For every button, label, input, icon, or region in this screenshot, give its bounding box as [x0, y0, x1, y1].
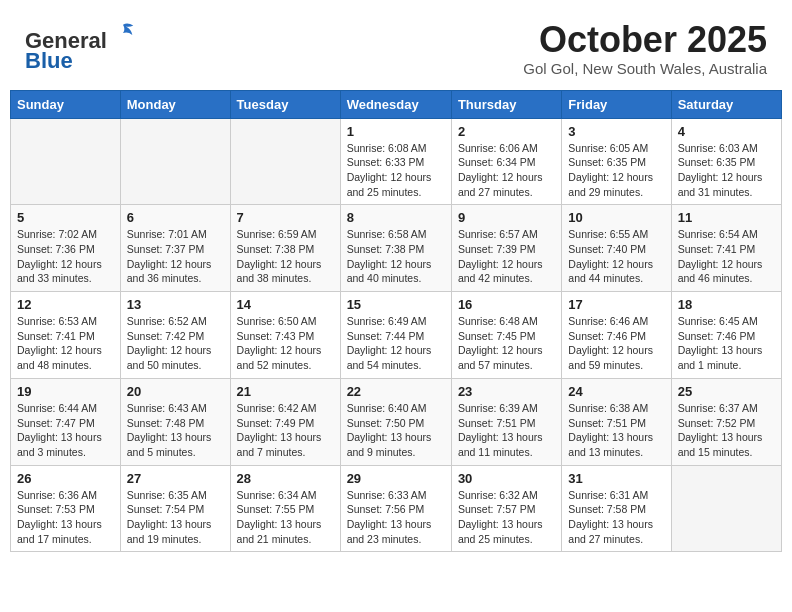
calendar-cell: 2Sunrise: 6:06 AM Sunset: 6:34 PM Daylig…: [451, 118, 561, 205]
day-number: 2: [458, 124, 555, 139]
title-block: October 2025 Gol Gol, New South Wales, A…: [523, 20, 767, 77]
calendar-table: SundayMondayTuesdayWednesdayThursdayFrid…: [10, 90, 782, 553]
calendar-cell: 6Sunrise: 7:01 AM Sunset: 7:37 PM Daylig…: [120, 205, 230, 292]
day-number: 30: [458, 471, 555, 486]
day-info: Sunrise: 6:06 AM Sunset: 6:34 PM Dayligh…: [458, 141, 555, 200]
day-number: 19: [17, 384, 114, 399]
weekday-header: Monday: [120, 90, 230, 118]
calendar-cell: 22Sunrise: 6:40 AM Sunset: 7:50 PM Dayli…: [340, 378, 451, 465]
calendar-cell: [230, 118, 340, 205]
calendar-cell: 1Sunrise: 6:08 AM Sunset: 6:33 PM Daylig…: [340, 118, 451, 205]
day-info: Sunrise: 6:50 AM Sunset: 7:43 PM Dayligh…: [237, 314, 334, 373]
weekday-header: Tuesday: [230, 90, 340, 118]
calendar-cell: 23Sunrise: 6:39 AM Sunset: 7:51 PM Dayli…: [451, 378, 561, 465]
day-number: 9: [458, 210, 555, 225]
page-header: General Blue October 2025 Gol Gol, New S…: [10, 10, 782, 82]
day-info: Sunrise: 7:02 AM Sunset: 7:36 PM Dayligh…: [17, 227, 114, 286]
day-number: 18: [678, 297, 775, 312]
day-info: Sunrise: 6:46 AM Sunset: 7:46 PM Dayligh…: [568, 314, 664, 373]
day-number: 24: [568, 384, 664, 399]
calendar-week-row: 1Sunrise: 6:08 AM Sunset: 6:33 PM Daylig…: [11, 118, 782, 205]
calendar-cell: 4Sunrise: 6:03 AM Sunset: 6:35 PM Daylig…: [671, 118, 781, 205]
day-info: Sunrise: 6:36 AM Sunset: 7:53 PM Dayligh…: [17, 488, 114, 547]
day-info: Sunrise: 6:57 AM Sunset: 7:39 PM Dayligh…: [458, 227, 555, 286]
calendar-cell: 28Sunrise: 6:34 AM Sunset: 7:55 PM Dayli…: [230, 465, 340, 552]
calendar-cell: 26Sunrise: 6:36 AM Sunset: 7:53 PM Dayli…: [11, 465, 121, 552]
calendar-cell: 14Sunrise: 6:50 AM Sunset: 7:43 PM Dayli…: [230, 292, 340, 379]
calendar-week-row: 5Sunrise: 7:02 AM Sunset: 7:36 PM Daylig…: [11, 205, 782, 292]
day-info: Sunrise: 6:49 AM Sunset: 7:44 PM Dayligh…: [347, 314, 445, 373]
calendar-week-row: 12Sunrise: 6:53 AM Sunset: 7:41 PM Dayli…: [11, 292, 782, 379]
day-number: 11: [678, 210, 775, 225]
day-number: 16: [458, 297, 555, 312]
calendar-cell: [671, 465, 781, 552]
day-number: 23: [458, 384, 555, 399]
day-info: Sunrise: 6:33 AM Sunset: 7:56 PM Dayligh…: [347, 488, 445, 547]
day-number: 21: [237, 384, 334, 399]
calendar-cell: 7Sunrise: 6:59 AM Sunset: 7:38 PM Daylig…: [230, 205, 340, 292]
calendar-cell: 13Sunrise: 6:52 AM Sunset: 7:42 PM Dayli…: [120, 292, 230, 379]
day-number: 4: [678, 124, 775, 139]
calendar-cell: 15Sunrise: 6:49 AM Sunset: 7:44 PM Dayli…: [340, 292, 451, 379]
logo: General Blue: [25, 20, 137, 73]
calendar-header-row: SundayMondayTuesdayWednesdayThursdayFrid…: [11, 90, 782, 118]
day-number: 27: [127, 471, 224, 486]
day-info: Sunrise: 6:08 AM Sunset: 6:33 PM Dayligh…: [347, 141, 445, 200]
calendar-cell: 8Sunrise: 6:58 AM Sunset: 7:38 PM Daylig…: [340, 205, 451, 292]
calendar-week-row: 26Sunrise: 6:36 AM Sunset: 7:53 PM Dayli…: [11, 465, 782, 552]
month-title: October 2025: [523, 20, 767, 60]
day-number: 12: [17, 297, 114, 312]
calendar-cell: 16Sunrise: 6:48 AM Sunset: 7:45 PM Dayli…: [451, 292, 561, 379]
calendar-cell: 11Sunrise: 6:54 AM Sunset: 7:41 PM Dayli…: [671, 205, 781, 292]
day-info: Sunrise: 6:58 AM Sunset: 7:38 PM Dayligh…: [347, 227, 445, 286]
weekday-header: Friday: [562, 90, 671, 118]
day-number: 15: [347, 297, 445, 312]
day-number: 29: [347, 471, 445, 486]
day-info: Sunrise: 6:54 AM Sunset: 7:41 PM Dayligh…: [678, 227, 775, 286]
day-number: 17: [568, 297, 664, 312]
calendar-cell: 27Sunrise: 6:35 AM Sunset: 7:54 PM Dayli…: [120, 465, 230, 552]
day-number: 10: [568, 210, 664, 225]
weekday-header: Sunday: [11, 90, 121, 118]
calendar-cell: 10Sunrise: 6:55 AM Sunset: 7:40 PM Dayli…: [562, 205, 671, 292]
day-info: Sunrise: 6:34 AM Sunset: 7:55 PM Dayligh…: [237, 488, 334, 547]
day-number: 3: [568, 124, 664, 139]
day-number: 22: [347, 384, 445, 399]
calendar-cell: 30Sunrise: 6:32 AM Sunset: 7:57 PM Dayli…: [451, 465, 561, 552]
day-info: Sunrise: 6:48 AM Sunset: 7:45 PM Dayligh…: [458, 314, 555, 373]
day-info: Sunrise: 6:37 AM Sunset: 7:52 PM Dayligh…: [678, 401, 775, 460]
calendar-cell: 17Sunrise: 6:46 AM Sunset: 7:46 PM Dayli…: [562, 292, 671, 379]
day-number: 26: [17, 471, 114, 486]
day-info: Sunrise: 6:52 AM Sunset: 7:42 PM Dayligh…: [127, 314, 224, 373]
day-info: Sunrise: 6:59 AM Sunset: 7:38 PM Dayligh…: [237, 227, 334, 286]
day-number: 14: [237, 297, 334, 312]
weekday-header: Wednesday: [340, 90, 451, 118]
day-number: 31: [568, 471, 664, 486]
calendar-cell: 18Sunrise: 6:45 AM Sunset: 7:46 PM Dayli…: [671, 292, 781, 379]
calendar-cell: [120, 118, 230, 205]
calendar-cell: 19Sunrise: 6:44 AM Sunset: 7:47 PM Dayli…: [11, 378, 121, 465]
calendar-cell: [11, 118, 121, 205]
day-number: 13: [127, 297, 224, 312]
day-info: Sunrise: 6:53 AM Sunset: 7:41 PM Dayligh…: [17, 314, 114, 373]
day-number: 1: [347, 124, 445, 139]
calendar-cell: 12Sunrise: 6:53 AM Sunset: 7:41 PM Dayli…: [11, 292, 121, 379]
day-info: Sunrise: 6:31 AM Sunset: 7:58 PM Dayligh…: [568, 488, 664, 547]
day-info: Sunrise: 6:43 AM Sunset: 7:48 PM Dayligh…: [127, 401, 224, 460]
day-number: 7: [237, 210, 334, 225]
day-info: Sunrise: 6:55 AM Sunset: 7:40 PM Dayligh…: [568, 227, 664, 286]
day-number: 6: [127, 210, 224, 225]
calendar-cell: 9Sunrise: 6:57 AM Sunset: 7:39 PM Daylig…: [451, 205, 561, 292]
day-info: Sunrise: 6:40 AM Sunset: 7:50 PM Dayligh…: [347, 401, 445, 460]
day-info: Sunrise: 6:38 AM Sunset: 7:51 PM Dayligh…: [568, 401, 664, 460]
calendar-cell: 21Sunrise: 6:42 AM Sunset: 7:49 PM Dayli…: [230, 378, 340, 465]
day-number: 25: [678, 384, 775, 399]
calendar-cell: 3Sunrise: 6:05 AM Sunset: 6:35 PM Daylig…: [562, 118, 671, 205]
logo-blue-text: Blue: [25, 48, 73, 73]
day-info: Sunrise: 6:03 AM Sunset: 6:35 PM Dayligh…: [678, 141, 775, 200]
day-info: Sunrise: 6:44 AM Sunset: 7:47 PM Dayligh…: [17, 401, 114, 460]
day-number: 5: [17, 210, 114, 225]
day-number: 20: [127, 384, 224, 399]
calendar-cell: 5Sunrise: 7:02 AM Sunset: 7:36 PM Daylig…: [11, 205, 121, 292]
day-info: Sunrise: 6:05 AM Sunset: 6:35 PM Dayligh…: [568, 141, 664, 200]
